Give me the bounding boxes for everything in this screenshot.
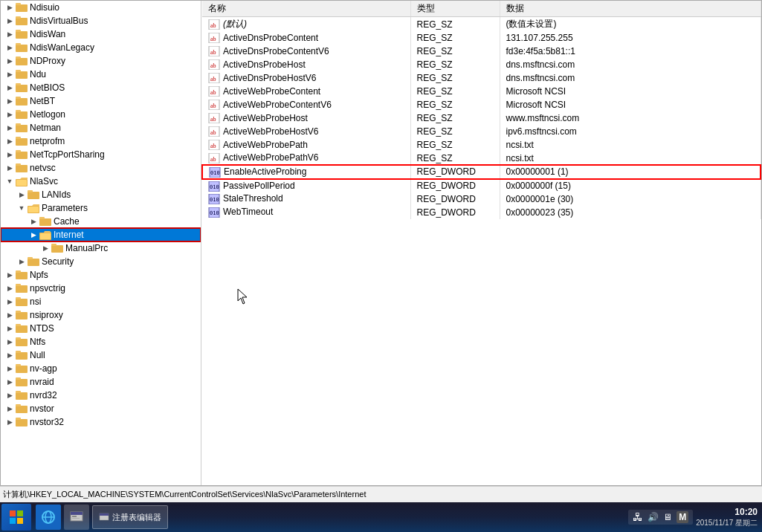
tree-item-ndiswan[interactable]: ▶NdisWan <box>1 27 201 41</box>
table-row[interactable]: abActiveWebProbeContentV6REG_SZMicrosoft… <box>202 98 761 111</box>
value-name: ab(默认) <box>202 17 410 32</box>
expander-ndproxy[interactable]: ▶ <box>4 57 16 65</box>
expander-netbios[interactable]: ▶ <box>4 84 16 91</box>
table-row[interactable]: abActiveWebProbeContentREG_SZMicrosoft N… <box>202 85 761 98</box>
table-row[interactable]: 010PassivePollPeriodREG_DWORD0x0000000f … <box>202 179 761 192</box>
expander-nettcpportsharing[interactable]: ▶ <box>4 151 16 158</box>
values-panel[interactable]: 名称 类型 数据 ab(默认)REG_SZ(数值未设置)abActiveDnsP… <box>201 1 761 485</box>
expander-nvstor32[interactable]: ▶ <box>4 418 16 426</box>
start-button[interactable] <box>1 504 31 531</box>
tree-item-netbt[interactable]: ▶NetBT <box>1 94 201 108</box>
tree-item-netlogon[interactable]: ▶Netlogon <box>1 108 201 121</box>
expander-nlasvc[interactable]: ▼ <box>4 178 16 185</box>
expander-ndu[interactable]: ▶ <box>4 71 16 78</box>
expander-nsiproxy[interactable]: ▶ <box>4 311 16 319</box>
tree-item-ndu[interactable]: ▶Ndu <box>1 68 201 81</box>
expander-ndisuio[interactable]: ▶ <box>4 4 16 11</box>
expander-internet[interactable]: ▶ <box>28 231 39 239</box>
tree-item-ndisvirtualbus[interactable]: ▶NdisVirtualBus <box>1 14 201 27</box>
tree-item-parameters[interactable]: ▼Parameters <box>1 201 201 215</box>
expander-nvraid[interactable]: ▶ <box>4 378 16 386</box>
tree-item-npsvctrig[interactable]: ▶npsvctrig <box>1 282 201 295</box>
expander-netlogon[interactable]: ▶ <box>4 111 16 118</box>
expander-nvrd32[interactable]: ▶ <box>4 392 16 399</box>
expander-lanids[interactable]: ▶ <box>16 191 28 198</box>
tree-item-netman[interactable]: ▶Netman <box>1 121 201 134</box>
value-type: REG_SZ <box>410 45 500 58</box>
table-row[interactable]: abActiveDnsProbeContentREG_SZ131.107.255… <box>202 31 761 45</box>
table-row[interactable]: 010EnableActiveProbingREG_DWORD0x0000000… <box>202 165 761 179</box>
table-row[interactable]: abActiveWebProbePathV6REG_SZncsi.txt <box>202 152 761 165</box>
table-row[interactable]: ab(默认)REG_SZ(数值未设置) <box>202 17 761 32</box>
tree-item-ntfs[interactable]: ▶Ntfs <box>1 335 201 348</box>
tree-item-nvagp[interactable]: ▶nv-agp <box>1 362 201 375</box>
expander-ntds[interactable]: ▶ <box>4 325 16 332</box>
tree-item-security[interactable]: ▶Security <box>1 255 201 268</box>
table-row[interactable]: abActiveWebProbePathREG_SZncsi.txt <box>202 138 761 152</box>
expander-netprofm[interactable]: ▶ <box>4 137 16 145</box>
expander-netvsc[interactable]: ▶ <box>4 164 16 172</box>
tree-item-ndproxy[interactable]: ▶NDProxy <box>1 54 201 68</box>
svg-text:010: 010 <box>210 170 220 176</box>
tree-item-ndisuio[interactable]: ▶Ndisuio <box>1 1 201 14</box>
folder-icon-nvstor32 <box>16 417 28 427</box>
svg-rect-56 <box>16 351 21 353</box>
table-row[interactable]: abActiveWebProbeHostREG_SZwww.msftncsi.c… <box>202 111 761 125</box>
expander-parameters[interactable]: ▼ <box>16 204 28 212</box>
table-row[interactable]: 010StaleThresholdREG_DWORD0x0000001e (30… <box>202 192 761 206</box>
taskbar: 注册表编辑器 🖧 🔊 🖥 M 10:20 2015/11/17 星期二 <box>0 502 762 532</box>
regedit-taskbar-icon[interactable] <box>64 505 89 530</box>
table-row[interactable]: abActiveDnsProbeHostV6REG_SZdns.msftncsi… <box>202 71 761 85</box>
expander-manualprc[interactable]: ▶ <box>39 244 51 252</box>
svg-rect-41 <box>28 259 39 266</box>
expander-cache[interactable]: ▶ <box>28 218 39 225</box>
folder-icon-netbios <box>16 82 28 93</box>
tree-item-nlasvc[interactable]: ▼NlaSvc <box>1 175 201 188</box>
expander-npfs[interactable]: ▶ <box>4 271 16 279</box>
table-row[interactable]: 010WebTimeoutREG_DWORD0x00000023 (35) <box>202 206 761 219</box>
table-row[interactable]: abActiveWebProbeHostV6REG_SZipv6.msftncs… <box>202 125 761 138</box>
expander-netman[interactable]: ▶ <box>4 124 16 132</box>
svg-rect-20 <box>16 138 28 146</box>
regedit-app-button[interactable]: 注册表编辑器 <box>92 505 168 529</box>
tree-item-nettcpportsharing[interactable]: ▶NetTcpPortSharing <box>1 148 201 161</box>
table-row[interactable]: abActiveDnsProbeContentV6REG_SZfd3e:4f5a… <box>202 45 761 58</box>
tree-item-manualprc[interactable]: ▶ManualPrc <box>1 241 201 255</box>
tree-item-cache[interactable]: ▶Cache <box>1 215 201 228</box>
tree-item-internet[interactable]: ▶Internet <box>1 228 201 241</box>
tree-item-nsi[interactable]: ▶nsi <box>1 295 201 308</box>
expander-nvstor[interactable]: ▶ <box>4 405 16 412</box>
expander-ndiswan[interactable]: ▶ <box>4 30 16 38</box>
tree-item-netbios[interactable]: ▶NetBIOS <box>1 81 201 94</box>
ie-icon[interactable] <box>36 505 61 530</box>
tree-item-nvrd32[interactable]: ▶nvrd32 <box>1 389 201 402</box>
expander-security[interactable]: ▶ <box>16 258 28 265</box>
expander-ndiswanlegacy[interactable]: ▶ <box>4 44 16 51</box>
tree-item-nsiproxy[interactable]: ▶nsiproxy <box>1 308 201 322</box>
expander-ntfs[interactable]: ▶ <box>4 338 16 346</box>
tree-item-ndiswanlegacy[interactable]: ▶NdisWanLegacy <box>1 41 201 54</box>
tree-item-lanids[interactable]: ▶LANIds <box>1 188 201 201</box>
svg-rect-65 <box>16 419 28 426</box>
tree-item-nvraid[interactable]: ▶nvraid <box>1 375 201 389</box>
svg-rect-6 <box>16 45 28 52</box>
expander-netbt[interactable]: ▶ <box>4 97 16 105</box>
expander-null[interactable]: ▶ <box>4 351 16 359</box>
expander-npsvctrig[interactable]: ▶ <box>4 285 16 292</box>
expander-nvagp[interactable]: ▶ <box>4 365 16 372</box>
values-table: 名称 类型 数据 ab(默认)REG_SZ(数值未设置)abActiveDnsP… <box>201 1 761 219</box>
tree-item-netvsc[interactable]: ▶netvsc <box>1 161 201 175</box>
svg-rect-10 <box>16 71 28 79</box>
tree-item-npfs[interactable]: ▶Npfs <box>1 268 201 282</box>
tree-item-ntds[interactable]: ▶NTDS <box>1 322 201 335</box>
table-row[interactable]: abActiveDnsProbeHostREG_SZdns.msftncsi.c… <box>202 58 761 71</box>
tree-item-nvstor32[interactable]: ▶nvstor32 <box>1 415 201 429</box>
expander-ndisvirtualbus[interactable]: ▶ <box>4 17 16 25</box>
tree-item-netprofm[interactable]: ▶netprofm <box>1 134 201 148</box>
tree-item-null[interactable]: ▶Null <box>1 348 201 362</box>
reg-sz-icon: ab <box>208 46 220 56</box>
tree-panel[interactable]: ▶Ndisuio▶NdisVirtualBus▶NdisWan▶NdisWanL… <box>1 1 201 485</box>
folder-icon-nsi <box>16 296 28 307</box>
tree-item-nvstor[interactable]: ▶nvstor <box>1 402 201 415</box>
expander-nsi[interactable]: ▶ <box>4 298 16 305</box>
